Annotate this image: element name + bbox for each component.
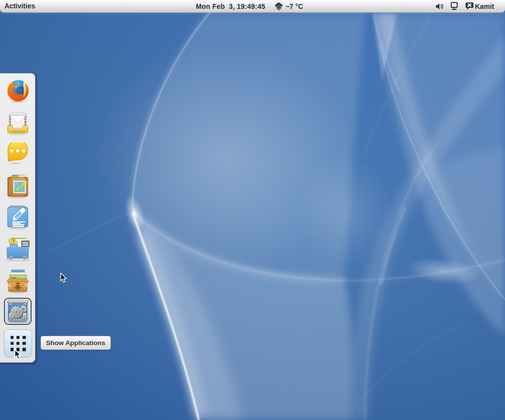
- svg-text:WWW: WWW: [11, 277, 17, 279]
